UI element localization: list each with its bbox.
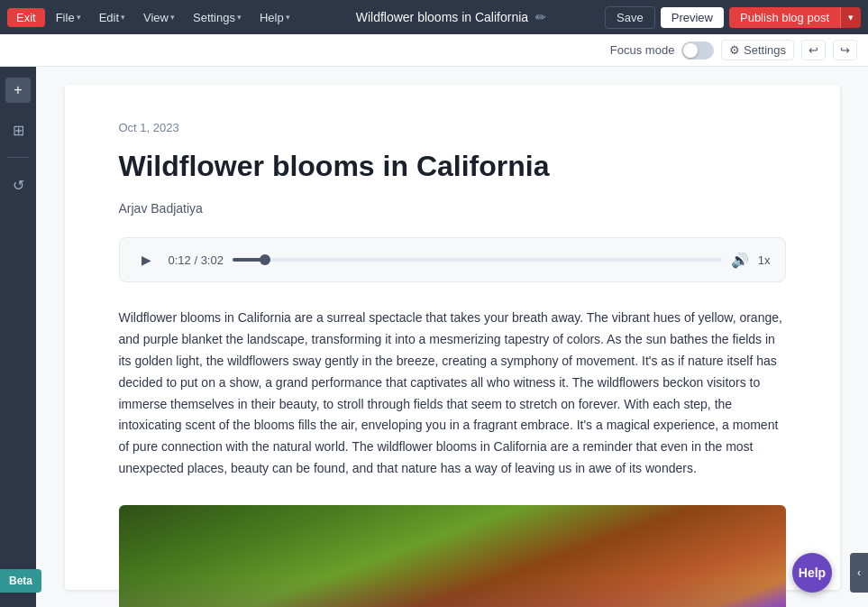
focus-mode-label: Focus mode xyxy=(610,43,675,57)
image-overlay xyxy=(119,577,786,607)
blog-image xyxy=(119,505,786,607)
add-block-button[interactable]: + xyxy=(5,78,31,103)
sidebar: + ⊞ ↺ xyxy=(0,67,36,607)
help-chevron-icon: ▾ xyxy=(286,13,290,22)
collapse-help-button[interactable]: ‹ xyxy=(850,553,868,593)
file-chevron-icon: ▾ xyxy=(77,13,81,22)
settings-menu[interactable]: Settings ▾ xyxy=(186,7,249,28)
publish-button[interactable]: Publish blog post xyxy=(729,7,840,28)
publish-dropdown-button[interactable]: ▾ xyxy=(840,7,861,28)
view-menu[interactable]: View ▾ xyxy=(136,7,182,28)
sidebar-divider xyxy=(7,157,29,158)
play-button[interactable]: ▶ xyxy=(134,247,160,272)
toolbar-right: Save Preview Publish blog post ▾ xyxy=(605,6,861,29)
settings-chevron-icon: ▾ xyxy=(237,13,242,22)
post-date: Oct 1, 2023 xyxy=(119,121,786,134)
history-icon: ↺ xyxy=(13,177,24,194)
audio-progress-track[interactable] xyxy=(233,258,722,262)
preview-button[interactable]: Preview xyxy=(661,7,724,28)
beta-badge[interactable]: Beta xyxy=(0,569,41,593)
save-button[interactable]: Save xyxy=(605,6,655,29)
edit-menu[interactable]: Edit ▾ xyxy=(92,7,132,28)
history-button[interactable]: ↺ xyxy=(5,172,31,198)
settings-button[interactable]: ⚙ Settings xyxy=(721,40,794,60)
post-author: Arjav Badjatiya xyxy=(119,201,786,216)
add-icon: + xyxy=(14,82,22,98)
toggle-thumb xyxy=(683,43,698,58)
audio-time: 0:12 / 3:02 xyxy=(169,253,224,267)
audio-speed[interactable]: 1x xyxy=(758,253,771,267)
publish-btn-group: Publish blog post ▾ xyxy=(729,7,861,28)
layers-button[interactable]: ⊞ xyxy=(5,117,31,143)
redo-button[interactable]: ↪ xyxy=(833,40,857,60)
view-chevron-icon: ▾ xyxy=(170,13,175,22)
exit-button[interactable]: Exit xyxy=(7,8,45,27)
title-area: Wildflower blooms in California ✏ xyxy=(301,10,601,24)
editor-container: Oct 1, 2023 Wildflower blooms in Califor… xyxy=(65,85,840,590)
secondary-toolbar: Focus mode ⚙ Settings ↩ ↪ xyxy=(0,34,868,67)
post-body[interactable]: Wildflower blooms in California are a su… xyxy=(119,308,786,479)
content-area[interactable]: Oct 1, 2023 Wildflower blooms in Califor… xyxy=(36,67,868,607)
undo-button[interactable]: ↩ xyxy=(801,40,826,60)
audio-progress-thumb xyxy=(260,254,270,265)
post-title[interactable]: Wildflower blooms in California xyxy=(119,149,786,183)
volume-icon[interactable]: 🔊 xyxy=(731,252,749,269)
doc-title: Wildflower blooms in California xyxy=(356,10,528,24)
main-layout: + ⊞ ↺ Oct 1, 2023 Wildflower blooms in C… xyxy=(0,67,868,607)
edit-chevron-icon: ▾ xyxy=(121,13,125,22)
menubar: Exit File ▾ Edit ▾ View ▾ Settings ▾ Hel… xyxy=(0,0,868,34)
focus-mode-toggle[interactable] xyxy=(681,41,714,60)
help-button[interactable]: Help xyxy=(792,553,832,593)
edit-title-icon[interactable]: ✏ xyxy=(535,10,546,24)
help-menu[interactable]: Help ▾ xyxy=(252,7,297,28)
layers-icon: ⊞ xyxy=(13,122,24,139)
audio-player: ▶ 0:12 / 3:02 🔊 1x xyxy=(119,237,786,282)
file-menu[interactable]: File ▾ xyxy=(49,7,88,28)
